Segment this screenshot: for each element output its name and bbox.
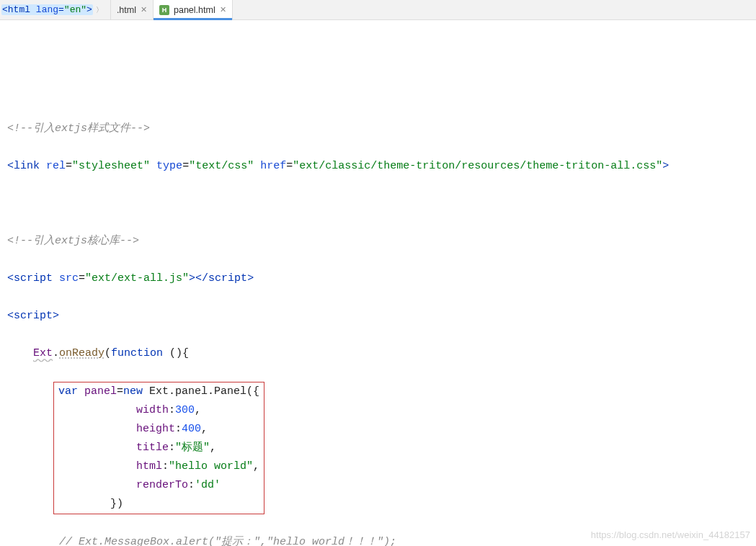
tab-label: panel.html (174, 5, 215, 15)
code-line: <script src="ext/ext-all.js"></script> (7, 269, 756, 288)
code-editor[interactable]: <!--引入extjs样式文件--> <link rel="stylesheet… (0, 20, 756, 546)
highlighted-block-line: var panel=new Ext.panel.Panel({ width:30… (7, 382, 756, 514)
breadcrumb[interactable]: <html lang="en"> 〉 (0, 0, 111, 19)
html-file-icon: H (159, 5, 169, 15)
tab-html[interactable]: .html ✕ (111, 0, 154, 19)
code-line: Ext.onReady(function (){ (7, 344, 756, 363)
tab-bar: .html ✕ H panel.html ✕ (111, 0, 233, 19)
code-comment: // Ext.MessageBox.alert("提示：","hello wor… (7, 536, 396, 546)
tab-panel-html[interactable]: H panel.html ✕ (154, 0, 233, 19)
code-line: <script> (7, 307, 756, 326)
code-comment: <!--引入extjs样式文件--> (7, 122, 150, 135)
code-line: <link rel="stylesheet" type="text/css" h… (7, 157, 756, 176)
close-icon[interactable]: ✕ (220, 5, 226, 14)
close-icon[interactable]: ✕ (141, 5, 147, 14)
chevron-right-icon: 〉 (96, 5, 103, 15)
editor-topbar: <html lang="en"> 〉 .html ✕ H panel.html … (0, 0, 756, 20)
code-comment: <!--引入extjs核心库--> (7, 235, 139, 247)
tab-label: .html (117, 5, 136, 15)
